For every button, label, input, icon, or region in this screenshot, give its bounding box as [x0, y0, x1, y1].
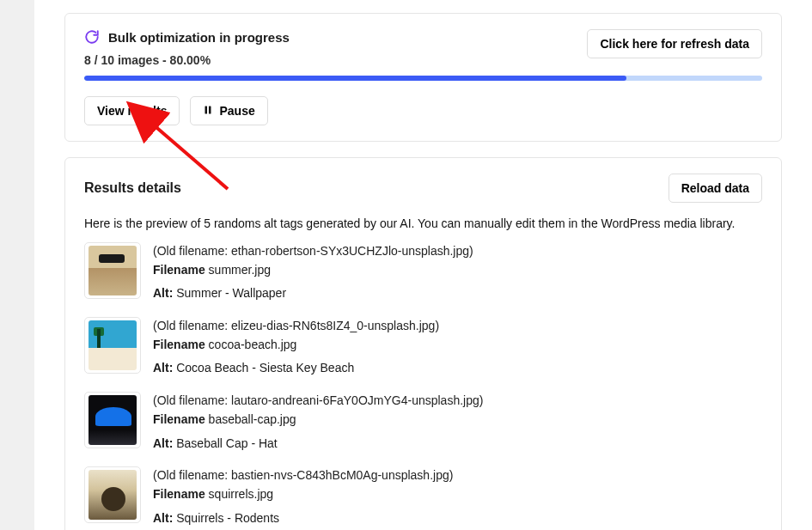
thumbnail-image-icon: [89, 395, 137, 445]
alt-value: Baseball Cap - Hat: [176, 436, 278, 450]
result-thumbnail[interactable]: [84, 242, 141, 299]
filename-label: Filename: [153, 338, 205, 351]
result-item: (Old filename: elizeu-dias-RN6ts8IZ4_0-u…: [84, 317, 762, 378]
result-thumbnail[interactable]: [84, 392, 141, 448]
sidebar-stub: [0, 0, 34, 530]
alt-label: Alt:: [153, 436, 173, 450]
pause-button[interactable]: Pause: [190, 96, 267, 125]
result-meta: (Old filename: bastien-nvs-C843hBcM0Ag-u…: [153, 466, 453, 527]
filename-label: Filename: [153, 263, 205, 277]
result-item: (Old filename: lautaro-andreani-6FaY0OJm…: [84, 392, 762, 453]
thumbnail-image-icon: [89, 470, 137, 520]
progress-summary: 8 / 10 images - 80.00%: [84, 53, 290, 67]
view-results-button[interactable]: View results: [84, 96, 180, 125]
svg-rect-1: [209, 107, 211, 114]
results-title: Results details: [84, 180, 181, 196]
thumbnail-image-icon: [89, 320, 137, 370]
filename-label: Filename: [153, 412, 205, 426]
old-filename: (Old filename: elizeu-dias-RN6ts8IZ4_0-u…: [153, 317, 439, 336]
result-item: (Old filename: bastien-nvs-C843hBcM0Ag-u…: [84, 466, 762, 527]
progress-bar: [84, 76, 762, 81]
progress-title: Bulk optimization in progress: [108, 30, 290, 45]
progress-actions: View results Pause: [84, 96, 762, 125]
thumbnail-image-icon: [89, 246, 137, 295]
progress-card-header: Bulk optimization in progress 8 / 10 ima…: [84, 29, 762, 67]
alt-value: Summer - Wallpaper: [176, 286, 286, 300]
old-filename: (Old filename: bastien-nvs-C843hBcM0Ag-u…: [153, 466, 453, 485]
old-filename: (Old filename: ethan-robertson-SYx3UCHZJ…: [153, 242, 473, 261]
filename-value: baseball-cap.jpg: [209, 412, 296, 426]
svg-rect-0: [205, 107, 208, 114]
alt-label: Alt:: [153, 286, 173, 300]
result-thumbnail[interactable]: [84, 317, 141, 374]
progress-fill: [84, 76, 626, 81]
main-content: Bulk optimization in progress 8 / 10 ima…: [64, 0, 812, 530]
result-item: (Old filename: ethan-robertson-SYx3UCHZJ…: [84, 242, 762, 303]
alt-value: Squirrels - Rodents: [176, 511, 279, 525]
refresh-data-button[interactable]: Click here for refresh data: [587, 29, 762, 58]
pause-icon: [203, 104, 213, 118]
result-thumbnail[interactable]: [84, 466, 141, 523]
alt-value: Cocoa Beach - Siesta Key Beach: [176, 361, 354, 375]
results-card: Results details Reload data Here is the …: [64, 157, 782, 530]
alt-label: Alt:: [153, 511, 173, 525]
alt-label: Alt:: [153, 361, 173, 375]
result-meta: (Old filename: elizeu-dias-RN6ts8IZ4_0-u…: [153, 317, 439, 378]
results-description: Here is the preview of 5 randoms alt tag…: [84, 216, 762, 230]
filename-value: squirrels.jpg: [209, 487, 273, 501]
progress-card: Bulk optimization in progress 8 / 10 ima…: [64, 13, 782, 142]
results-header: Results details Reload data: [84, 174, 762, 203]
old-filename: (Old filename: lautaro-andreani-6FaY0OJm…: [153, 392, 483, 411]
result-meta: (Old filename: ethan-robertson-SYx3UCHZJ…: [153, 242, 473, 303]
filename-label: Filename: [153, 487, 205, 501]
spinner-icon: [84, 29, 100, 45]
pause-button-label: Pause: [219, 104, 254, 118]
result-meta: (Old filename: lautaro-andreani-6FaY0OJm…: [153, 392, 483, 453]
filename-value: summer.jpg: [209, 263, 271, 277]
reload-data-button[interactable]: Reload data: [669, 174, 762, 203]
filename-value: cocoa-beach.jpg: [209, 338, 297, 351]
